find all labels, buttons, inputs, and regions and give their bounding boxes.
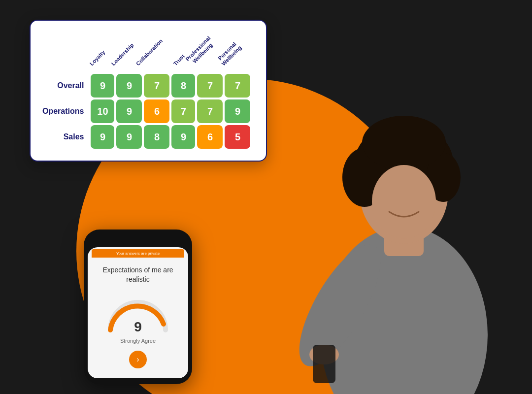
cell-ops-trust: 7 bbox=[171, 99, 195, 123]
cell-overall-personal-wellbeing: 7 bbox=[225, 74, 250, 98]
gauge-container: 9 bbox=[103, 295, 172, 334]
cell-sales-personal-wellbeing: 5 bbox=[225, 125, 250, 149]
next-button[interactable]: › bbox=[129, 351, 147, 368]
person-svg bbox=[236, 0, 532, 394]
svg-point-7 bbox=[372, 165, 436, 239]
row-sales: Sales 9 9 8 9 6 5 bbox=[42, 125, 250, 149]
privacy-bar: Your answers are private bbox=[92, 249, 184, 258]
empty-header bbox=[42, 34, 89, 72]
col-trust-label: Trust bbox=[172, 53, 186, 67]
cell-sales-collaboration: 8 bbox=[144, 125, 169, 149]
cell-sales-loyalty: 9 bbox=[91, 125, 114, 149]
score-card: Loyalty Leadership Collaboration Trust bbox=[30, 20, 267, 162]
row-operations-label: Operations bbox=[42, 99, 89, 123]
cell-overall-loyalty: 9 bbox=[91, 74, 114, 98]
cell-overall-prof-wellbeing: 7 bbox=[197, 74, 223, 98]
cell-overall-collaboration: 7 bbox=[144, 74, 169, 98]
col-professional-wellbeing: ProfessionalWellbeing bbox=[197, 34, 223, 72]
gauge-score: 9 bbox=[134, 320, 142, 334]
phone-question: Expectations of me are realistic bbox=[96, 265, 180, 285]
gauge-label: Strongly Agree bbox=[96, 338, 180, 344]
cell-ops-leadership: 9 bbox=[116, 99, 142, 123]
person-area bbox=[236, 0, 532, 394]
row-operations: Operations 10 9 6 7 7 9 bbox=[42, 99, 250, 123]
cell-sales-prof-wellbeing: 6 bbox=[197, 125, 223, 149]
row-overall-label: Overall bbox=[42, 74, 89, 98]
cell-sales-leadership: 9 bbox=[116, 125, 142, 149]
cell-overall-leadership: 9 bbox=[116, 74, 142, 98]
cell-ops-collaboration: 6 bbox=[144, 99, 169, 123]
col-personal-wellbeing: PersonalWellbeing bbox=[225, 34, 250, 72]
cell-ops-prof-wellbeing: 7 bbox=[197, 99, 223, 123]
cell-sales-trust: 9 bbox=[171, 125, 195, 149]
svg-rect-10 bbox=[313, 345, 335, 383]
phone: Your answers are private Expectations of… bbox=[84, 230, 192, 384]
score-table: Loyalty Leadership Collaboration Trust bbox=[40, 33, 252, 151]
col-loyalty: Loyalty bbox=[91, 34, 114, 72]
phone-notch bbox=[121, 235, 155, 244]
next-icon: › bbox=[136, 355, 139, 364]
col-loyalty-label: Loyalty bbox=[89, 49, 107, 67]
cell-ops-personal-wellbeing: 9 bbox=[225, 99, 250, 123]
row-overall: Overall 9 9 7 8 7 7 bbox=[42, 74, 250, 98]
phone-content: Expectations of me are realistic 9 Stron… bbox=[88, 258, 188, 378]
phone-screen: Your answers are private Expectations of… bbox=[88, 247, 188, 378]
row-sales-label: Sales bbox=[42, 125, 89, 149]
cell-ops-loyalty: 10 bbox=[91, 99, 114, 123]
col-collaboration: Collaboration bbox=[144, 34, 169, 72]
phone-container: Your answers are private Expectations of… bbox=[84, 230, 192, 384]
svg-point-6 bbox=[362, 116, 446, 170]
cell-overall-trust: 8 bbox=[171, 74, 195, 98]
